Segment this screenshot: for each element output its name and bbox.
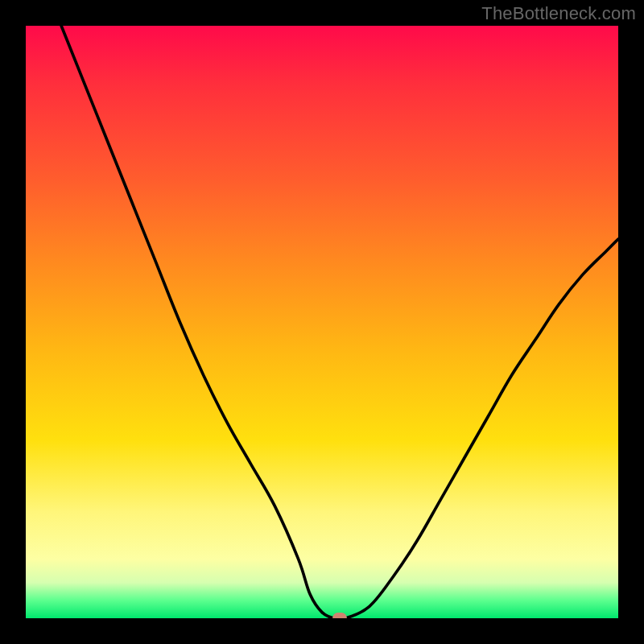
plot-area: [26, 26, 618, 618]
optimal-point-marker: [332, 613, 347, 618]
chart-frame: TheBottleneck.com: [0, 0, 644, 644]
curve-layer: [26, 26, 618, 618]
bottleneck-curve: [61, 26, 618, 618]
watermark-text: TheBottleneck.com: [481, 3, 636, 24]
